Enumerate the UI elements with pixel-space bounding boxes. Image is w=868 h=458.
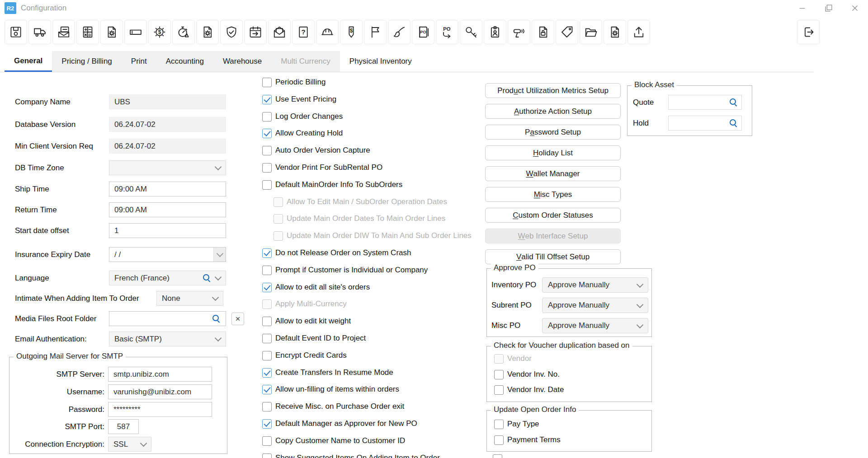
checkbox-vendor-inv-no[interactable]: Vendor Inv. No.	[494, 369, 560, 380]
misc-po-select[interactable]: Approve Manually	[542, 318, 648, 333]
toolbar-button-calendar-forward[interactable]	[244, 20, 267, 44]
smtp-port-input[interactable]: 587	[108, 419, 139, 434]
checkbox-row-allow-to-edit-main-suborder-operation-dates[interactable]: Allow To Edit Main / SubOrder Operation …	[274, 196, 447, 208]
allow-un-filling-of-items-within-orders-checkbox[interactable]	[262, 385, 272, 394]
checkbox-row-use-event-pricing[interactable]: Use Event Pricing	[262, 93, 336, 106]
close-button[interactable]	[842, 0, 868, 16]
ship-time-input[interactable]: 09:00 AM	[109, 182, 226, 196]
smtp-username-input[interactable]: varunishg@unibiz.com	[108, 384, 212, 399]
media-files-clear-button[interactable]: ×	[231, 313, 244, 325]
payment-terms-checkbox[interactable]	[494, 435, 504, 445]
checkbox-row-show-suggested-items-on-adding-item-to-order[interactable]: Show Suggested Items On Adding Item to O…	[262, 452, 440, 458]
minimize-button[interactable]	[789, 0, 816, 16]
default-manager-as-approver-for-new-po-checkbox[interactable]	[262, 419, 272, 429]
hold-input[interactable]	[668, 116, 742, 131]
toolbar-button-document-config[interactable]	[604, 20, 626, 44]
tab-print[interactable]: Print	[122, 51, 156, 72]
toolbar-button-flag[interactable]	[364, 20, 387, 44]
toolbar-button-hard-hat[interactable]	[316, 20, 339, 44]
password-setup-button[interactable]: Password Setup	[485, 125, 621, 140]
toolbar-button-calculator[interactable]	[76, 20, 99, 44]
toolbar-button-price-tag-dollar[interactable]: $	[340, 20, 363, 44]
checkbox-row-create-transfers-in-resume-mode[interactable]: Create Transfers In Resume Mode	[262, 366, 393, 379]
checkbox-row-apply-multi-currency[interactable]: Apply Multi-Currency	[262, 298, 347, 310]
toolbar-button-text-field[interactable]	[124, 20, 147, 44]
checkbox-pay-type[interactable]: Pay Type	[494, 418, 539, 430]
start-date-offset-input[interactable]: 1	[109, 223, 226, 238]
toolbar-button-id-badge[interactable]	[484, 20, 506, 44]
toolbar-button-paintbrush[interactable]	[388, 20, 410, 44]
checkbox-row-periodic-billing[interactable]: Periodic Billing	[262, 76, 326, 89]
search-icon[interactable]	[212, 314, 221, 323]
toolbar-button-document-settings[interactable]	[100, 20, 123, 44]
connection-encryption-select[interactable]: SSL	[108, 437, 151, 452]
tab-pricing-billing[interactable]: Pricing / Billing	[52, 51, 122, 72]
toolbar-button-shield-check[interactable]	[220, 20, 243, 44]
checkbox-row-update-main-order-diw-to-main-and-sub-order-lines[interactable]: Update Main Order DIW To Main And Sub Or…	[274, 229, 472, 242]
toolbar-button-help-document[interactable]: ?	[292, 20, 315, 44]
toolbar-button-po-book[interactable]: PO	[412, 20, 434, 44]
inventory-po-select[interactable]: Approve Manually	[542, 277, 648, 293]
toolbar-button-barcode-scanner[interactable]	[508, 20, 530, 44]
quote-input[interactable]	[668, 95, 742, 110]
auto-order-version-capture-checkbox[interactable]	[262, 146, 272, 155]
toolbar-button-po-transfer[interactable]: PO	[436, 20, 458, 44]
intimate-when-adding-select[interactable]: None	[156, 291, 223, 306]
web-interface-setup-button[interactable]: Web Interface Setup	[485, 229, 621, 243]
checkbox-payment-terms[interactable]: Payment Terms	[494, 434, 561, 446]
vendor-checkbox[interactable]	[494, 354, 504, 364]
media-files-root-input[interactable]	[109, 311, 226, 326]
toolbar-button-save[interactable]	[5, 20, 27, 44]
tab-warehouse[interactable]: Warehouse	[213, 51, 271, 72]
toolbar-button-delivery-truck[interactable]	[28, 20, 51, 44]
tab-multi-currency[interactable]: Multi Currency	[271, 51, 340, 72]
toolbar-button-secure-document[interactable]	[532, 20, 554, 44]
checkbox-row-allow-un-filling-of-items-within-orders[interactable]: Allow un-filling of items within orders	[262, 383, 399, 396]
language-select[interactable]: French (France)	[109, 271, 226, 285]
vendor-inv-no-checkbox[interactable]	[494, 370, 504, 379]
smtp-server-input[interactable]: smtp.unibiz.com	[108, 367, 212, 382]
checkbox-vendor-inv-date[interactable]: Vendor Inv. Date	[494, 384, 564, 396]
return-time-input[interactable]: 09:00 AM	[109, 202, 226, 217]
toolbar-button-export-upload[interactable]	[627, 20, 650, 44]
checkbox-row-prompt-if-customer-is-individual-or-company[interactable]: Prompt if Customer is Individual or Comp…	[262, 264, 428, 276]
partial-checkbox[interactable]	[493, 454, 502, 458]
email-authentication-select[interactable]: Basic (SMTP)	[109, 332, 226, 346]
use-event-pricing-checkbox[interactable]	[262, 95, 272, 104]
custom-order-statuses-button[interactable]: Custom Order Statuses	[485, 208, 621, 223]
checkbox-row-receive-misc-on-purchase-order-exit[interactable]: Receive Misc. on Purchase Order exit	[262, 400, 404, 413]
misc-types-button[interactable]: Misc Types	[485, 187, 621, 202]
smtp-password-input[interactable]: *********	[108, 402, 212, 417]
toolbar-button-open-folder[interactable]	[580, 20, 602, 44]
update-main-order-dates-to-main-order-lines-checkbox[interactable]	[274, 214, 283, 224]
do-not-release-order-on-system-crash-checkbox[interactable]	[262, 248, 272, 258]
default-event-id-to-project-checkbox[interactable]	[262, 334, 272, 343]
tab-accounting[interactable]: Accounting	[156, 51, 213, 72]
default-mainorder-info-to-suborders-checkbox[interactable]	[262, 180, 272, 190]
receive-misc-on-purchase-order-exit-checkbox[interactable]	[262, 402, 272, 411]
search-icon[interactable]	[729, 98, 738, 107]
maximize-button[interactable]	[816, 0, 842, 16]
checkbox-row-allow-creating-hold[interactable]: Allow Creating Hold	[262, 127, 343, 140]
tab-physical-inventory[interactable]: Physical Inventory	[340, 51, 421, 72]
vendor-print-for-subrental-po-checkbox[interactable]	[262, 163, 272, 173]
toolbar-button-key[interactable]	[460, 20, 482, 44]
search-icon[interactable]	[729, 119, 738, 127]
checkbox-row-allow-to-edit-kit-weight[interactable]: Allow to edit kit weight	[262, 315, 351, 327]
pay-type-checkbox[interactable]	[494, 420, 504, 429]
checkbox-row-allow-to-edit-all-site-s-orders[interactable]: Allow to edit all site's orders	[262, 281, 370, 294]
periodic-billing-checkbox[interactable]	[262, 78, 272, 87]
db-time-zone-select[interactable]	[109, 160, 226, 175]
checkbox-row-log-order-changes[interactable]: Log Order Changes	[262, 110, 343, 123]
toolbar-button-document-gear[interactable]	[196, 20, 219, 44]
checkbox-row-copy-customer-name-to-customer-id[interactable]: Copy Customer Name to Customer ID	[262, 435, 405, 447]
toolbar-button-cash-invoice[interactable]	[52, 20, 75, 44]
checkbox-row-do-not-release-order-on-system-crash[interactable]: Do not Release Order on System Crash	[262, 247, 411, 259]
checkbox-row-vendor-print-for-subrental-po[interactable]: Vendor Print For SubRental PO	[262, 161, 382, 174]
allow-to-edit-kit-weight-checkbox[interactable]	[262, 317, 272, 326]
vendor-inv-date-checkbox[interactable]	[494, 385, 504, 395]
wallet-manager-button[interactable]: Wallet Manager	[485, 166, 621, 181]
checkbox-row-update-main-order-dates-to-main-order-lines[interactable]: Update Main Order Dates To Main Order Li…	[274, 212, 445, 225]
create-transfers-in-resume-mode-checkbox[interactable]	[262, 368, 272, 378]
update-main-order-diw-to-main-and-sub-order-lines-checkbox[interactable]	[274, 231, 283, 241]
